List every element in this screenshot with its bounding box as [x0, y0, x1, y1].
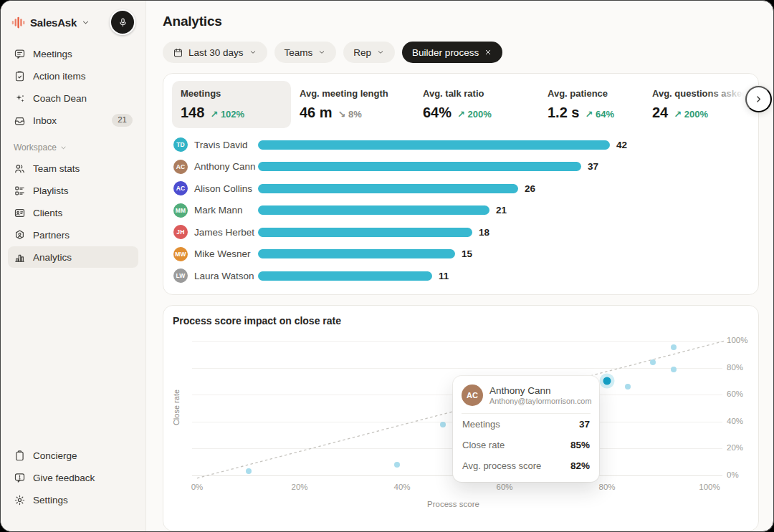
- bar-value: 21: [496, 205, 507, 216]
- scatter-point[interactable]: [625, 384, 631, 390]
- bar-track: 15: [258, 248, 748, 259]
- sidebar-item-coach-dean[interactable]: Coach Dean: [8, 87, 138, 109]
- inbox-badge: 21: [112, 114, 133, 127]
- tooltip-row-value: 82%: [570, 460, 590, 471]
- stat-avg-questions-asked[interactable]: Avg. questions asked24↗ 200%: [644, 81, 751, 128]
- gridline: [192, 341, 722, 342]
- scatter-point[interactable]: [440, 422, 446, 427]
- stat-avg-meeting-length[interactable]: Avg. meeting length46 m↘ 8%: [291, 81, 414, 128]
- rep-name: Mike Wesner: [194, 248, 258, 259]
- mic-button[interactable]: [110, 9, 135, 35]
- bar-value: 42: [616, 140, 627, 150]
- bar[interactable]: [258, 228, 472, 237]
- scatter-point[interactable]: [671, 344, 677, 350]
- bar[interactable]: [258, 184, 518, 193]
- rep-name: James Herbet: [194, 227, 258, 238]
- stat-delta: ↗ 64%: [585, 109, 614, 120]
- close-icon: [484, 48, 492, 57]
- filter-chip-rep[interactable]: Rep: [343, 42, 395, 63]
- bar[interactable]: [258, 162, 581, 171]
- chevron-down-icon[interactable]: [81, 18, 90, 27]
- sidebar-item-inbox[interactable]: Inbox21: [8, 110, 138, 131]
- sidebar-item-partners[interactable]: Partners: [8, 224, 138, 246]
- scatter-card: Process score impact on close rate AC An…: [163, 305, 759, 531]
- filter-chip-label: Teams: [285, 47, 313, 58]
- chevron-down-icon: [59, 144, 67, 152]
- chevron-down-icon: [249, 48, 257, 57]
- sidebar-item-settings[interactable]: Settings: [8, 489, 138, 511]
- stat-delta: ↗ 200%: [674, 109, 708, 120]
- stat-label: Avg. meeting length: [300, 88, 406, 99]
- stat-value: 1.2 s: [548, 105, 579, 121]
- sidebar-item-give-feedback[interactable]: Give feedback: [8, 467, 138, 488]
- stat-value: 64%: [423, 105, 452, 121]
- stat-label: Avg. questions asked: [652, 88, 742, 99]
- sidebar-item-label: Clients: [33, 208, 62, 218]
- y-tick-label: 80%: [727, 363, 760, 372]
- scatter-point[interactable]: [671, 367, 677, 372]
- bar[interactable]: [258, 271, 432, 281]
- filter-chip-last-30-days[interactable]: Last 30 days: [163, 42, 267, 63]
- bar-row-alison-collins: ACAlison Collins26: [173, 181, 748, 195]
- calendar-icon: [173, 47, 183, 58]
- bar-row-mark-mann: MMMark Mann21: [173, 203, 748, 218]
- sidebar-item-concierge[interactable]: Concierge: [8, 445, 138, 466]
- bar-row-james-herbet: JHJames Herbet18: [173, 225, 748, 239]
- sidebar-item-analytics[interactable]: Analytics: [8, 246, 138, 268]
- stats-next-button[interactable]: [745, 86, 772, 112]
- stat-delta: ↗ 200%: [457, 109, 492, 120]
- sidebar-item-label: Give feedback: [33, 473, 95, 483]
- bar-value: 18: [479, 227, 489, 238]
- id-card-icon: [14, 207, 26, 219]
- avatar: AC: [173, 160, 188, 174]
- filter-chip-builder-process[interactable]: Builder process: [402, 42, 502, 63]
- bar-value: 37: [588, 161, 598, 172]
- sparkles-icon: [14, 92, 26, 105]
- bar[interactable]: [258, 140, 610, 150]
- sidebar: SalesAsk MeetingsAction itemsCoach DeanI…: [1, 1, 146, 531]
- stat-delta: ↘ 8%: [338, 109, 362, 120]
- bar[interactable]: [258, 205, 489, 215]
- stat-value: 24: [652, 105, 668, 121]
- sidebar-footer-nav: ConciergeGive feedbackSettings: [8, 445, 138, 511]
- stat-meetings[interactable]: Meetings148↗ 102%: [172, 81, 291, 128]
- x-tick-label: 80%: [598, 483, 615, 491]
- filter-chip-teams[interactable]: Teams: [274, 42, 337, 63]
- sidebar-item-meetings[interactable]: Meetings: [8, 43, 138, 64]
- y-tick-label: 40%: [727, 417, 760, 425]
- sidebar-item-label: Analytics: [33, 252, 72, 263]
- workspace-section-label[interactable]: Workspace: [8, 132, 138, 157]
- tooltip-row: Meetings37: [462, 414, 591, 435]
- sidebar-item-label: Partners: [33, 230, 70, 241]
- sidebar-item-clients[interactable]: Clients: [8, 202, 138, 223]
- tooltip-name: Anthony Cann: [489, 385, 591, 397]
- scatter-point-highlighted[interactable]: [603, 377, 611, 385]
- bar-track: 21: [258, 205, 748, 216]
- bar[interactable]: [258, 249, 455, 258]
- tooltip-row-label: Avg. process score: [462, 460, 541, 471]
- gridline: [192, 368, 722, 369]
- scatter-point[interactable]: [650, 359, 656, 365]
- microphone-icon: [118, 17, 128, 28]
- app-window: SalesAsk MeetingsAction itemsCoach DeanI…: [0, 0, 774, 532]
- sidebar-item-team-stats[interactable]: Team stats: [8, 158, 138, 179]
- filter-chip-label: Last 30 days: [188, 47, 244, 58]
- feedback-icon: [14, 472, 26, 484]
- scatter-point[interactable]: [394, 462, 400, 468]
- x-tick-label: 40%: [393, 483, 410, 491]
- scatter-point[interactable]: [246, 468, 252, 474]
- tooltip-header: AC Anthony Cann Anthony@taylormorrison.c…: [462, 385, 591, 414]
- sidebar-item-action-items[interactable]: Action items: [8, 65, 138, 87]
- bar-row-anthony-cann: ACAnthony Cann37: [173, 160, 748, 174]
- clipboard-check-icon: [14, 70, 26, 82]
- avatar: LW: [173, 269, 188, 283]
- stat-avg-patience[interactable]: Avg. patience1.2 s↗ 64%: [539, 81, 644, 128]
- scatter-title: Process score impact on close rate: [173, 315, 341, 327]
- stat-avg-talk-ratio[interactable]: Avg. talk ratio64%↗ 200%: [414, 81, 539, 128]
- stat-value: 46 m: [300, 105, 333, 121]
- inbox-icon: [14, 115, 26, 127]
- sidebar-item-playlists[interactable]: Playlists: [8, 180, 138, 201]
- sidebar-workspace-nav: Team statsPlaylistsClientsPartnersAnalyt…: [8, 157, 138, 269]
- avatar: TD: [173, 137, 188, 152]
- sidebar-item-label: Inbox: [33, 115, 57, 126]
